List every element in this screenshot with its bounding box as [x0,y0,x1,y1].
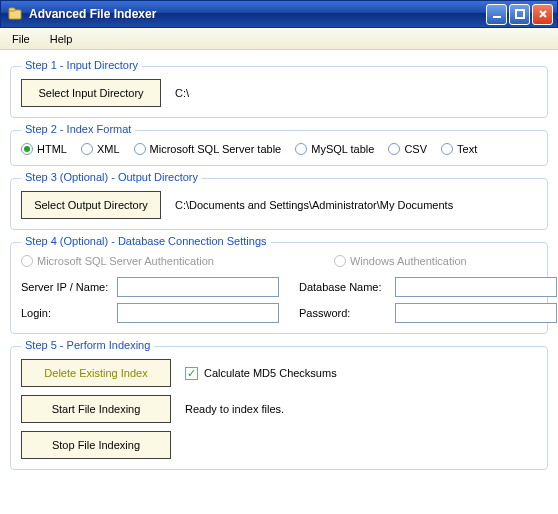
titlebar: Advanced File Indexer [0,0,558,28]
radio-xml-label: XML [97,143,120,155]
svg-rect-2 [493,16,501,18]
output-directory-path: C:\Documents and Settings\Administrator\… [175,199,453,211]
radio-xml[interactable]: XML [81,143,120,155]
select-input-directory-button[interactable]: Select Input Directory [21,79,161,107]
step1-legend: Step 1 - Input Directory [21,59,142,71]
radio-dot-icon [81,143,93,155]
login-label: Login: [21,307,111,319]
radio-mysql[interactable]: MySQL table [295,143,374,155]
step3-legend: Step 3 (Optional) - Output Directory [21,171,202,183]
radio-dot-icon [441,143,453,155]
radio-windows-auth-label: Windows Authentication [350,255,467,267]
stop-file-indexing-button[interactable]: Stop File Indexing [21,431,171,459]
radio-csv-label: CSV [404,143,427,155]
radio-dot-icon [21,143,33,155]
password-input[interactable] [395,303,557,323]
radio-mysql-label: MySQL table [311,143,374,155]
maximize-button[interactable] [509,4,530,25]
radio-dot-icon [388,143,400,155]
indexing-status: Ready to index files. [185,403,284,415]
start-file-indexing-button[interactable]: Start File Indexing [21,395,171,423]
select-output-directory-button[interactable]: Select Output Directory [21,191,161,219]
svg-rect-3 [516,10,524,18]
menu-help[interactable]: Help [44,31,79,47]
md5-checkbox[interactable]: ✓ Calculate MD5 Checksums [185,367,337,380]
step5-group: Step 5 - Perform Indexing Delete Existin… [10,346,548,470]
delete-existing-index-button[interactable]: Delete Existing Index [21,359,171,387]
radio-text-label: Text [457,143,477,155]
radio-html-label: HTML [37,143,67,155]
input-directory-path: C:\ [175,87,189,99]
step4-legend: Step 4 (Optional) - Database Connection … [21,235,271,247]
radio-mssql-auth-label: Microsoft SQL Server Authentication [37,255,214,267]
radio-text[interactable]: Text [441,143,477,155]
radio-csv[interactable]: CSV [388,143,427,155]
window-controls [486,4,553,25]
md5-checkbox-label: Calculate MD5 Checksums [204,367,337,379]
server-input[interactable] [117,277,279,297]
radio-windows-auth: Windows Authentication [334,255,467,267]
radio-html[interactable]: HTML [21,143,67,155]
menubar: File Help [0,28,558,50]
step4-group: Step 4 (Optional) - Database Connection … [10,242,548,334]
radio-dot-icon [334,255,346,267]
radio-dot-icon [295,143,307,155]
radio-dot-icon [134,143,146,155]
window-title: Advanced File Indexer [29,7,486,21]
close-button[interactable] [532,4,553,25]
step1-group: Step 1 - Input Directory Select Input Di… [10,66,548,118]
svg-rect-1 [9,8,15,11]
dbname-label: Database Name: [299,281,389,293]
radio-dot-icon [21,255,33,267]
server-label: Server IP / Name: [21,281,111,293]
login-input[interactable] [117,303,279,323]
password-label: Password: [299,307,389,319]
checkmark-icon: ✓ [185,367,198,380]
radio-mssql-auth: Microsoft SQL Server Authentication [21,255,214,267]
menu-file[interactable]: File [6,31,36,47]
step2-legend: Step 2 - Index Format [21,123,135,135]
step3-group: Step 3 (Optional) - Output Directory Sel… [10,178,548,230]
radio-mssql-label: Microsoft SQL Server table [150,143,282,155]
minimize-button[interactable] [486,4,507,25]
app-icon [7,6,23,22]
content-area: Step 1 - Input Directory Select Input Di… [0,50,558,480]
step5-legend: Step 5 - Perform Indexing [21,339,154,351]
radio-mssql[interactable]: Microsoft SQL Server table [134,143,282,155]
dbname-input[interactable] [395,277,557,297]
step2-group: Step 2 - Index Format HTML XML Microsoft… [10,130,548,166]
